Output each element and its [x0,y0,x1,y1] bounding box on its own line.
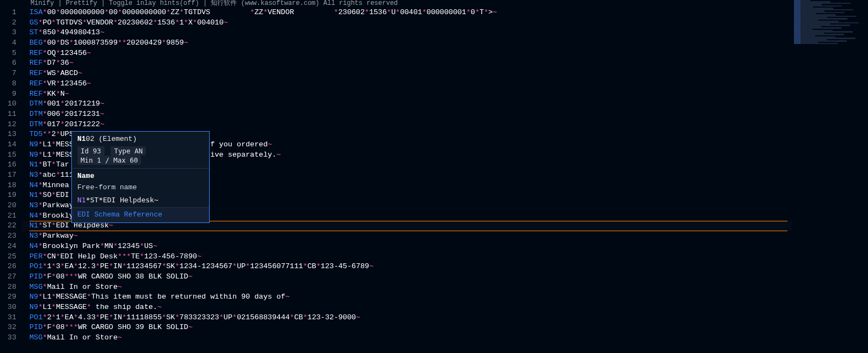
line-number: 21 [0,211,22,221]
line-number: 10 [0,99,22,109]
line-number: 33 [0,333,22,343]
code-content[interactable]: N9*L1*MESSAGE* the ship date.~ [22,302,868,313]
code-line[interactable]: 2GS*PO*TGTDVS*VENDOR*20230602*1536*1*X*0… [0,18,868,28]
code-content[interactable]: REF*OQ*123456~ [22,48,868,59]
hover-badges: Id 93 Type AN Min 1 / Max 60 [77,146,204,165]
hover-example: N1*ST*EDI Helpdesk~ [77,196,204,204]
line-number: 27 [0,272,22,282]
minimap[interactable] [792,0,868,353]
code-content[interactable]: MSG*Mail In or Store~ [22,333,868,343]
prettify-link[interactable]: Prettify [66,0,97,7]
line-number: 29 [0,292,22,302]
code-line[interactable]: 4BEG*00*DS*1000873599**20200429*9859~ [0,38,868,48]
line-number: 12 [0,120,22,130]
line-number: 1 [0,8,22,18]
line-number: 4 [0,38,22,48]
code-content[interactable]: REF*KK*N~ [22,89,868,100]
badge-id: Id 93 [77,146,105,156]
code-content[interactable]: GS*PO*TGTDVS*VENDOR*20230602*1536*1*X*00… [22,18,868,28]
code-content[interactable]: DTM*001*20171219~ [22,99,868,109]
code-line[interactable]: 12DTM*017*20171222~ [0,120,868,130]
code-content[interactable]: REF*D7*36~ [22,58,868,69]
code-line[interactable]: 1ISA*00*0000000000*00*0000000000*ZZ*TGTD… [0,8,868,18]
code-content[interactable]: PER*CN*EDI Help Desk***TE*123-456-7890~ [22,252,868,262]
code-line[interactable]: 24N4*Brooklyn Park*MN*12345*US~ [0,241,868,252]
code-content[interactable]: MSG*Mail In or Store~ [22,282,868,293]
code-content[interactable]: N3*Parkway~ [22,231,868,241]
code-line[interactable]: 11DTM*006*20171231~ [0,109,868,120]
hover-tooltip: N102 (Element) Id 93 Type AN Min 1 / Max… [71,131,210,223]
line-number: 7 [0,69,22,79]
line-number: 25 [0,252,22,262]
minify-link[interactable]: Minify [30,0,54,7]
line-number: 32 [0,323,22,333]
code-line[interactable]: 3ST*850*494980413~ [0,28,868,38]
code-content[interactable]: DTM*006*20171231~ [22,109,868,120]
line-number: 23 [0,231,22,241]
code-line[interactable]: 8REF*VR*123456~ [0,79,868,89]
minimap-line [794,43,838,44]
line-number: 14 [0,140,22,150]
code-line[interactable]: 29N9*L1*MESSAGE*This item must be return… [0,292,868,302]
code-content[interactable]: PID*F*08***WR CARGO SHO 39 BLK SOLID~ [22,323,868,333]
code-content[interactable]: N4*Brooklyn Park*MN*12345*US~ [22,241,868,252]
schema-reference-link[interactable]: EDI Schema Reference [72,208,209,222]
code-line[interactable]: 25PER*CN*EDI Help Desk***TE*123-456-7890… [0,252,868,262]
line-number: 11 [0,109,22,120]
line-number: 3 [0,28,22,38]
line-number: 18 [0,181,22,191]
line-number: 19 [0,190,22,201]
code-content[interactable]: REF*VR*123456~ [22,79,868,89]
code-line[interactable]: 33MSG*Mail In or Store~ [0,333,868,343]
code-content[interactable]: ST*850*494980413~ [22,28,868,38]
code-content[interactable]: PO1*2*1*EA*4.33*PE*IN*11118855*SK*783323… [22,313,868,323]
code-content[interactable]: N9*L1*MESSAGE*This item must be returned… [22,292,868,302]
code-line[interactable]: 6REF*D7*36~ [0,58,868,69]
badge-minmax: Min 1 / Max 60 [77,156,141,165]
badge-type: Type AN [111,146,146,156]
line-number: 26 [0,262,22,272]
line-number: 6 [0,58,22,69]
code-line[interactable]: 9REF*KK*N~ [0,89,868,100]
line-number: 15 [0,150,22,160]
line-number: 5 [0,48,22,59]
code-line[interactable]: 27PID*F*08***WR CARGO SHO 38 BLK SOLID~ [0,272,868,282]
code-content[interactable]: PID*F*08***WR CARGO SHO 38 BLK SOLID~ [22,272,868,282]
code-line[interactable]: 31PO1*2*1*EA*4.33*PE*IN*11118855*SK*7833… [0,313,868,323]
code-content[interactable]: PO1*1*3*EA*12.3*PE*IN*11234567*SK*1234-1… [22,262,868,272]
code-content[interactable]: ISA*00*0000000000*00*0000000000*ZZ*TGTDV… [22,8,868,18]
line-number: 22 [0,221,22,231]
line-number: 31 [0,313,22,323]
hover-desc: Free-form name [77,183,204,191]
line-number: 2 [0,18,22,28]
code-content[interactable]: DTM*017*20171222~ [22,120,868,130]
line-number: 28 [0,282,22,293]
code-content[interactable]: BEG*00*DS*1000873599**20200429*9859~ [22,38,868,48]
code-line[interactable]: 5REF*OQ*123456~ [0,48,868,59]
line-number: 30 [0,302,22,313]
line-number: 16 [0,160,22,170]
hover-title: N102 (Element) [77,135,204,143]
code-line[interactable]: 32PID*F*08***WR CARGO SHO 39 BLK SOLID~ [0,323,868,333]
line-number: 17 [0,170,22,181]
code-line[interactable]: 28MSG*Mail In or Store~ [0,282,868,293]
line-number: 9 [0,89,22,100]
line-number: 13 [0,129,22,140]
hover-name-label: Name [77,172,204,180]
brand-text: 知行软件 (www.kasoftware.com) All rights res… [211,0,398,7]
code-line[interactable]: 23N3*Parkway~ [0,231,868,241]
line-number: 20 [0,201,22,211]
code-content[interactable]: REF*WS*ABCD~ [22,69,868,79]
code-line[interactable]: 10DTM*001*20171219~ [0,99,868,109]
code-line[interactable]: 7REF*WS*ABCD~ [0,69,868,79]
code-line[interactable]: 30N9*L1*MESSAGE* the ship date.~ [0,302,868,313]
toggle-inlay-link[interactable]: Toggle inlay hints(off) [109,0,199,7]
code-line[interactable]: 26PO1*1*3*EA*12.3*PE*IN*11234567*SK*1234… [0,262,868,272]
line-number: 8 [0,79,22,89]
line-number: 24 [0,241,22,252]
